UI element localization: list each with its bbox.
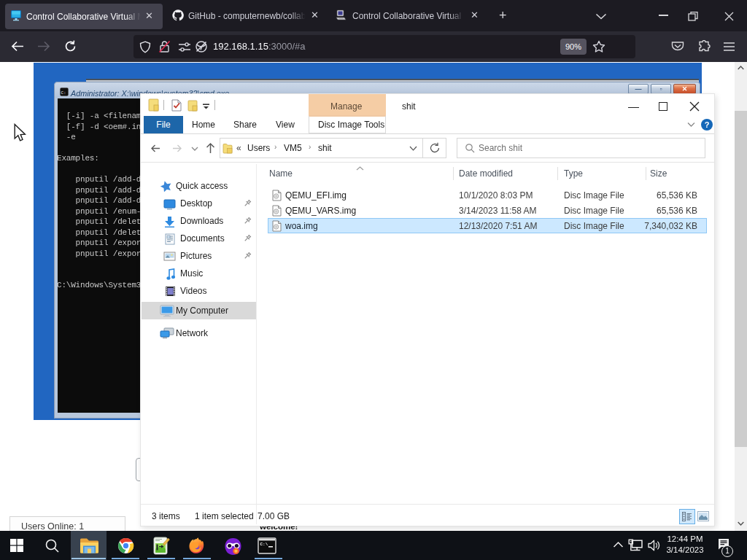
svg-text:C:\: C:\ <box>260 542 268 547</box>
svg-text:C:: C: <box>61 90 66 96</box>
